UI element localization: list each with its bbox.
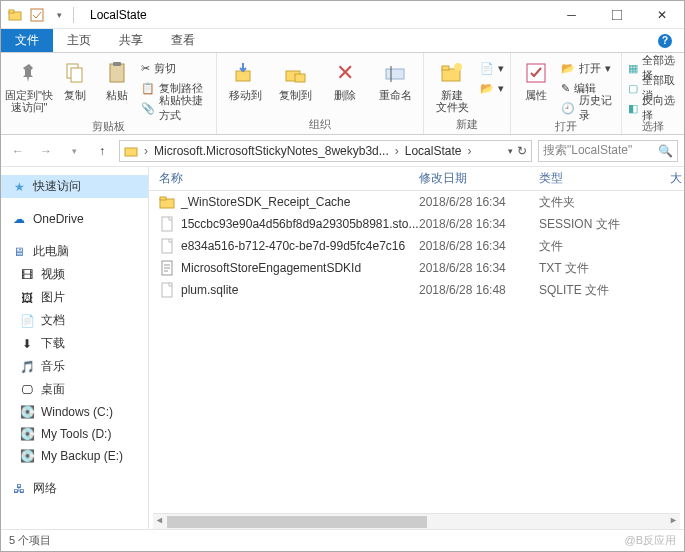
file-icon xyxy=(159,238,175,254)
file-list-panel: 名称 修改日期 类型 大 _WinStoreSDK_Receipt_Cache2… xyxy=(149,167,684,529)
download-icon: ⬇ xyxy=(19,336,35,352)
scissors-icon: ✂ xyxy=(141,62,150,75)
rename-button[interactable]: 重命名 xyxy=(373,57,417,101)
file-list[interactable]: _WinStoreSDK_Receipt_Cache2018/6/28 16:3… xyxy=(149,191,684,513)
sidebar-documents[interactable]: 📄文档 xyxy=(1,309,148,332)
file-row[interactable]: 15ccbc93e90a4d56bf8d9a29305b8981.sto...2… xyxy=(149,213,684,235)
sidebar-pictures[interactable]: 🖼图片 xyxy=(1,286,148,309)
path-icon: 📋 xyxy=(141,82,155,95)
copy-icon xyxy=(61,59,89,87)
item-count: 5 个项目 xyxy=(9,533,51,548)
col-size[interactable]: 大 xyxy=(670,170,684,187)
ribbon-tabs: 文件 主页 共享 查看 xyxy=(1,29,684,53)
pc-icon: 🖥 xyxy=(11,244,27,260)
sidebar-quickaccess[interactable]: ★快速访问 xyxy=(1,175,148,198)
svg-point-15 xyxy=(454,63,462,71)
sidebar-desktop[interactable]: 🖵桌面 xyxy=(1,378,148,401)
svg-rect-1 xyxy=(9,10,14,13)
file-row[interactable]: _WinStoreSDK_Receipt_Cache2018/6/28 16:3… xyxy=(149,191,684,213)
sidebar-drive-c[interactable]: 💽Windows (C:) xyxy=(1,401,148,423)
svg-rect-26 xyxy=(162,283,172,297)
easyaccess-button[interactable]: 📂▾ xyxy=(480,79,504,97)
svg-rect-7 xyxy=(113,62,121,66)
ribbon: 固定到"快 速访问" 复制 粘贴 ✂剪切 📋复制路径 📎粘贴快捷方式 剪贴板 xyxy=(1,53,684,135)
pin-button[interactable]: 固定到"快 速访问" xyxy=(7,57,51,113)
file-row[interactable]: plum.sqlite2018/6/28 16:48SQLITE 文件 xyxy=(149,279,684,301)
moveto-button[interactable]: 移动到 xyxy=(223,57,267,101)
selectnone-icon: ▢ xyxy=(628,82,638,95)
explorer-window: ▾ LocalState ─ ✕ 文件 主页 共享 查看 固定到"快 速访问" xyxy=(0,0,685,552)
tab-view[interactable]: 查看 xyxy=(157,29,209,52)
history-button[interactable]: 🕘历史记录 xyxy=(561,99,614,117)
col-type[interactable]: 类型 xyxy=(539,170,670,187)
delete-button[interactable]: ✕删除 xyxy=(323,57,367,101)
svg-rect-2 xyxy=(31,9,43,21)
column-headers: 名称 修改日期 类型 大 xyxy=(149,167,684,191)
copy-button[interactable]: 复制 xyxy=(57,57,93,101)
refresh-button[interactable]: ↻ xyxy=(517,144,527,158)
svg-rect-10 xyxy=(295,74,305,82)
sidebar-downloads[interactable]: ⬇下载 xyxy=(1,332,148,355)
file-row[interactable]: e834a516-b712-470c-be7d-99d5fc4e7c162018… xyxy=(149,235,684,257)
file-icon xyxy=(159,282,175,298)
svg-rect-3 xyxy=(612,10,622,20)
paste-shortcut-button[interactable]: 📎粘贴快捷方式 xyxy=(141,99,210,117)
col-date[interactable]: 修改日期 xyxy=(419,170,539,187)
svg-rect-14 xyxy=(442,66,449,70)
cut-button[interactable]: ✂剪切 xyxy=(141,59,210,77)
newitem-button[interactable]: 📄▾ xyxy=(480,59,504,77)
newfolder-icon xyxy=(438,59,466,87)
drive-icon: 💽 xyxy=(19,448,35,464)
maximize-button[interactable] xyxy=(594,1,639,29)
recent-dropdown[interactable]: ▾ xyxy=(63,140,85,162)
qat-dropdown[interactable]: ▾ xyxy=(51,7,67,23)
paste-button[interactable]: 粘贴 xyxy=(99,57,135,101)
search-icon: 🔍 xyxy=(658,144,673,158)
addressbar: ← → ▾ ↑ › Microsoft.MicrosoftStickyNotes… xyxy=(1,135,684,167)
select-invert-button[interactable]: ◧反向选择 xyxy=(628,99,678,117)
dropdown-icon[interactable]: ▾ xyxy=(508,146,513,156)
sidebar-drive-e[interactable]: 💽My Backup (E:) xyxy=(1,445,148,467)
svg-rect-6 xyxy=(110,64,124,82)
txt-icon xyxy=(159,260,175,276)
back-button[interactable]: ← xyxy=(7,140,29,162)
tab-home[interactable]: 主页 xyxy=(53,29,105,52)
close-button[interactable]: ✕ xyxy=(639,1,684,29)
sidebar-thispc[interactable]: 🖥此电脑 xyxy=(1,240,148,263)
col-name[interactable]: 名称 xyxy=(149,170,419,187)
tab-file[interactable]: 文件 xyxy=(1,29,53,52)
breadcrumb[interactable]: › Microsoft.MicrosoftStickyNotes_8wekyb3… xyxy=(119,140,532,162)
file-row[interactable]: MicrosoftStoreEngagementSDKId2018/6/28 1… xyxy=(149,257,684,279)
sidebar-network[interactable]: 🖧网络 xyxy=(1,477,148,500)
qat-item[interactable] xyxy=(29,7,45,23)
moveto-icon xyxy=(231,59,259,87)
nav-sidebar: ★快速访问 ☁OneDrive 🖥此电脑 🎞视频 🖼图片 📄文档 ⬇下载 🎵音乐… xyxy=(1,167,149,529)
sidebar-onedrive[interactable]: ☁OneDrive xyxy=(1,208,148,230)
sidebar-videos[interactable]: 🎞视频 xyxy=(1,263,148,286)
h-scrollbar[interactable] xyxy=(153,513,680,529)
tab-share[interactable]: 共享 xyxy=(105,29,157,52)
desktop-icon: 🖵 xyxy=(19,382,35,398)
forward-button[interactable]: → xyxy=(35,140,57,162)
sidebar-drive-d[interactable]: 💽My Tools (D:) xyxy=(1,423,148,445)
copyto-button[interactable]: 复制到 xyxy=(273,57,317,101)
cloud-icon: ☁ xyxy=(11,211,27,227)
properties-button[interactable]: 属性 xyxy=(517,57,555,101)
history-icon: 🕘 xyxy=(561,102,575,115)
svg-rect-17 xyxy=(125,148,137,156)
open-button[interactable]: 📂打开▾ xyxy=(561,59,614,77)
sidebar-music[interactable]: 🎵音乐 xyxy=(1,355,148,378)
rename-icon xyxy=(381,59,409,87)
help-button[interactable] xyxy=(652,29,678,52)
network-icon: 🖧 xyxy=(11,481,27,497)
newfolder-button[interactable]: 新建 文件夹 xyxy=(430,57,474,113)
window-title: LocalState xyxy=(90,8,147,22)
minimize-button[interactable]: ─ xyxy=(549,1,594,29)
search-input[interactable]: 搜索"LocalState" 🔍 xyxy=(538,140,678,162)
paste-icon xyxy=(103,59,131,87)
up-button[interactable]: ↑ xyxy=(91,140,113,162)
svg-rect-5 xyxy=(71,68,82,82)
file-icon xyxy=(159,216,175,232)
svg-rect-20 xyxy=(162,217,172,231)
svg-rect-8 xyxy=(236,71,250,81)
